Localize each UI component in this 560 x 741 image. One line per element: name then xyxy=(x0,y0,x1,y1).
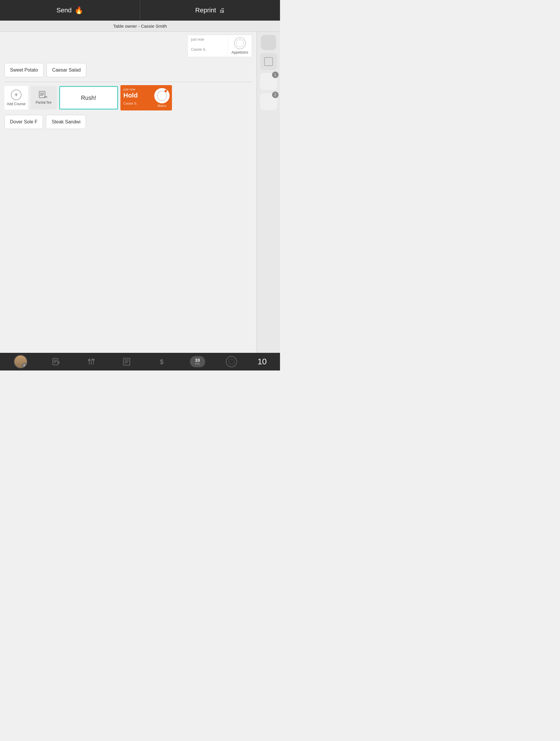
caesar-salad-item[interactable]: Caesar Salad xyxy=(47,63,86,77)
avatar-tab[interactable] xyxy=(13,354,28,369)
right-sidebar: 1 2 xyxy=(257,32,280,353)
hold-course-label: Mains xyxy=(157,104,166,108)
sidebar-badge2-button[interactable]: 2 xyxy=(260,93,277,110)
divider xyxy=(4,82,252,82)
inner-circle-icon xyxy=(228,359,234,364)
circle-button[interactable] xyxy=(226,356,237,367)
plate-icon-small xyxy=(234,38,246,49)
table-owner-text: Table owner - Cassie Smith xyxy=(113,23,167,28)
select-icon xyxy=(264,57,273,66)
course1-items: Sweet Potato Caesar Salad xyxy=(4,63,252,77)
hold-time: just now xyxy=(123,87,149,91)
ticket-server: Cassie S. xyxy=(191,48,224,52)
avatar xyxy=(14,355,27,368)
dover-sole-item[interactable]: Dover Sole F xyxy=(4,115,43,129)
partial-fire-button[interactable]: ✂ Partial fire xyxy=(30,86,57,110)
main-content: just now Cassie S. Appetizers Sweet Pota… xyxy=(0,32,280,353)
reprint-label: Reprint xyxy=(195,6,216,14)
checklist-tab[interactable] xyxy=(119,354,134,369)
ticket-info: just now Cassie S. xyxy=(188,35,228,57)
steak-sandwi-item[interactable]: Steak Sandwi xyxy=(46,115,86,129)
fire-icon: 🔥 xyxy=(74,6,83,14)
left-area: just now Cassie S. Appetizers Sweet Pota… xyxy=(0,32,257,353)
rush-label: Rush! xyxy=(81,94,96,101)
add-course-button[interactable]: + Add Course xyxy=(4,86,28,110)
plate-circle-orange xyxy=(154,88,169,104)
rush-ticket[interactable]: Rush! xyxy=(59,86,118,110)
bottom-bar: $ 33 PPA 10 xyxy=(0,353,280,370)
clock-badge-icon xyxy=(22,363,27,368)
sidebar-badge-2: 2 xyxy=(272,91,279,98)
svg-rect-8 xyxy=(53,358,58,365)
menu-tab[interactable] xyxy=(84,354,98,369)
svg-rect-23 xyxy=(123,358,130,365)
course3-items: Dover Sole F Steak Sandwi xyxy=(4,115,252,129)
ticket-time: just now xyxy=(191,38,224,42)
appetizer-row: just now Cassie S. Appetizers xyxy=(4,35,252,60)
hold-plate: Mains xyxy=(152,85,172,111)
mains-row: + Add Course ✂ Partial fire xyxy=(4,85,252,111)
plate-inner-orange xyxy=(157,91,167,101)
payment-tab[interactable]: $ xyxy=(155,354,169,369)
hold-ticket[interactable]: just now Hold Cassie S. Mains xyxy=(121,85,172,111)
sidebar-select-button[interactable] xyxy=(260,53,277,70)
plate-inner-small xyxy=(236,40,244,47)
hold-label: Hold xyxy=(123,91,149,99)
ticket-right: Appetizers xyxy=(228,35,252,57)
hold-ticket-info: just now Hold Cassie S. xyxy=(121,85,152,111)
header-bar: Send 🔥 Reprint 🖨 xyxy=(0,0,280,21)
partial-fire-label: Partial fire xyxy=(36,100,52,105)
hold-server: Cassie S. xyxy=(123,102,149,105)
add-course-plus-icon: + xyxy=(11,89,21,100)
send-label: Send xyxy=(57,6,72,14)
table-owner-bar: Table owner - Cassie Smith xyxy=(0,21,280,32)
ppa-value: 33 xyxy=(195,358,200,363)
appetizer-ticket[interactable]: just now Cassie S. Appetizers xyxy=(187,35,252,57)
add-course-label: Add Course xyxy=(7,102,25,106)
clock-dot-icon xyxy=(164,90,167,92)
partial-fire-icon: ✂ xyxy=(39,91,48,99)
ticket-course-label: Appetizers xyxy=(231,50,248,55)
sweet-potato-item[interactable]: Sweet Potato xyxy=(4,63,44,77)
table-number: 10 xyxy=(258,357,267,366)
sidebar-badge1-button[interactable]: 1 xyxy=(260,73,277,90)
printer-icon: 🖨 xyxy=(219,7,225,14)
order-tab[interactable] xyxy=(49,354,63,369)
reprint-button[interactable]: Reprint 🖨 xyxy=(140,0,280,21)
ppa-label: PPA xyxy=(195,362,200,365)
sidebar-badge-1: 1 xyxy=(272,72,279,78)
send-button[interactable]: Send 🔥 xyxy=(0,0,140,21)
ppa-button[interactable]: 33 PPA xyxy=(190,356,205,367)
sidebar-top-button[interactable] xyxy=(261,35,276,50)
svg-text:✂: ✂ xyxy=(44,94,48,99)
svg-text:$: $ xyxy=(160,358,163,365)
